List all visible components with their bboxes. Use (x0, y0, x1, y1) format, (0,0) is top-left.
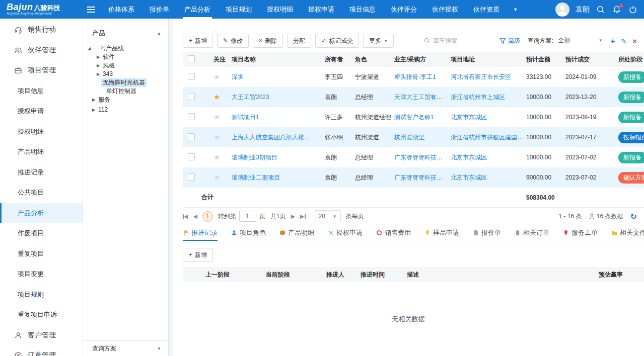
delete-button[interactable]: ×删除 (253, 34, 283, 48)
row-checkbox[interactable] (188, 113, 195, 120)
next-page-icon[interactable]: ▶ (291, 214, 295, 219)
table-row[interactable]: ★ 大王工贸2023 袁朗 总经理 天津大王工贸有限公司 浙江省杭州市上城区 1… (183, 87, 644, 107)
edit-plan-pencil-icon[interactable]: ✎ (621, 38, 626, 44)
nav-item-project-info[interactable]: 项目信息 (342, 0, 383, 19)
sidebar-group-order-management[interactable]: 订单管理 (0, 345, 83, 356)
address-link[interactable]: 北京市东城区 (451, 114, 487, 121)
nav-item-auth-detail[interactable]: 授权明细 (259, 0, 301, 19)
tab-auth-apply[interactable]: 授权申请 (328, 225, 363, 241)
tree-node-software[interactable]: ▶软件 (83, 53, 168, 61)
sidebar-item-duplicate-projects[interactable]: 重复项目 (0, 244, 83, 264)
tab-service-tickets[interactable]: 服务工单 (563, 225, 598, 241)
project-name-link[interactable]: 玻璃制业3期项目 (232, 154, 277, 161)
nav-item-price-system[interactable]: 价格体系 (101, 0, 142, 19)
nav-item-partner-score[interactable]: 伙伴评分 (383, 0, 424, 19)
nav-item-partner-auth[interactable]: 伙伴授权 (424, 0, 466, 19)
notification-bell-icon[interactable] (612, 5, 622, 15)
sidebar-item-product-analysis[interactable]: 产品分析 (0, 203, 83, 224)
advanced-filter[interactable]: 高级 (499, 37, 520, 45)
sidebar-item-auth-detail[interactable]: 授权明细 (0, 122, 83, 142)
address-link[interactable]: 浙江省杭州市拱墅区建国北... (451, 134, 526, 141)
table-row[interactable]: ★ 玻璃制业二期项目 袁朗 总经理 广东呀呀呀科技有限... 北京市东城区 90… (183, 167, 644, 188)
collapsed-arrow-icon[interactable]: ▶ (91, 96, 97, 104)
collapsed-arrow-icon[interactable]: ▶ (95, 53, 101, 61)
tab-quotation[interactable]: 报价单 (473, 225, 501, 241)
delete-plan-x-icon[interactable]: × (632, 37, 637, 45)
sidebar-group-customer-management[interactable]: 客户管理 (0, 325, 83, 346)
collapsed-arrow-icon[interactable]: ▶ (91, 106, 97, 114)
search-input[interactable] (433, 37, 491, 44)
row-checkbox[interactable] (188, 93, 195, 100)
project-name-link[interactable]: 测试项目1 (232, 114, 259, 121)
project-name-link[interactable]: 大王工贸2023 (232, 94, 269, 101)
tree-node-343[interactable]: ▶343 (83, 70, 168, 78)
project-name-link[interactable]: 上海大大航空集团总部大楼... (232, 134, 309, 141)
tree-node-style[interactable]: ▶风格 (83, 61, 168, 70)
add-plan-plus-icon[interactable]: + (611, 37, 615, 45)
row-checkbox[interactable] (188, 153, 195, 160)
refresh-icon[interactable]: ↻ (630, 212, 637, 221)
sidebar-item-voided-projects[interactable]: 作废项目 (0, 223, 83, 244)
current-page[interactable]: 1 (202, 211, 213, 222)
buyer-link[interactable]: 桥头排骨-李工1 (394, 73, 436, 80)
sidebar-item-project-rules[interactable]: 项目规则 (0, 285, 83, 305)
row-checkbox[interactable] (188, 73, 195, 80)
row-checkbox[interactable] (188, 133, 195, 140)
table-row[interactable]: ★ 测试项目1 许三多 杭州渠道经理 测试客户名称1 北京市东城区 10000.… (183, 107, 644, 127)
star-icon[interactable]: ★ (213, 153, 220, 161)
buyer-link[interactable]: 杭州爱浙里 (394, 134, 424, 141)
project-name-link[interactable]: 玻璃制业二期项目 (232, 174, 280, 181)
select-all-checkbox[interactable] (188, 55, 195, 62)
edit-button[interactable]: ✎修改 (217, 34, 249, 48)
nav-item-project-rules[interactable]: 项目规划 (218, 0, 259, 19)
tab-project-roles[interactable]: 项目角色 (231, 225, 266, 241)
tab-product-detail[interactable]: 产品明细 (279, 225, 314, 241)
query-plan-select[interactable]: 全部 ▼ (556, 34, 605, 47)
goto-page-input[interactable] (239, 211, 256, 222)
nav-item-quotation[interactable]: 报价单 (142, 0, 177, 19)
sidebar-item-project-info[interactable]: 项目信息 (0, 81, 83, 102)
address-link[interactable]: 河北省石家庄市长安区 (451, 73, 511, 80)
prev-page-icon[interactable]: ◀ (193, 214, 197, 219)
table-row[interactable]: ★ 上海大大航空集团总部大楼... 张小明 杭州渠道 杭州爱浙里 浙江省杭州市拱… (183, 127, 644, 147)
more-button[interactable]: 更多▼ (363, 34, 394, 48)
sidebar-item-auth-apply[interactable]: 授权申请 (0, 101, 83, 122)
buyer-link[interactable]: 广东呀呀呀科技有限... (394, 174, 451, 181)
nav-item-auth-apply[interactable]: 授权申请 (301, 0, 342, 19)
tab-progress-records[interactable]: 推进记录 (183, 225, 218, 241)
star-icon[interactable]: ★ (213, 173, 220, 182)
sidebar-item-project-changes[interactable]: 项目变更 (0, 264, 83, 285)
address-link[interactable]: 北京市东城区 (451, 174, 487, 181)
user-avatar[interactable] (555, 3, 569, 17)
tab-sample-apply[interactable]: 样品申请 (424, 225, 459, 241)
project-name-link[interactable]: 深圳 (232, 73, 244, 80)
collapse-up-icon[interactable]: ▲ (157, 31, 161, 36)
sidebar-item-duplicate-appeal[interactable]: 重复项目申诉 (0, 305, 83, 325)
star-icon[interactable]: ★ (213, 133, 220, 141)
address-link[interactable]: 浙江省杭州市上城区 (451, 94, 505, 101)
last-page-icon[interactable]: ▶ (300, 214, 305, 219)
star-icon[interactable]: ★ (213, 72, 220, 81)
logout-power-icon[interactable] (628, 5, 638, 15)
tab-related-orders[interactable]: 相关订单 (515, 225, 549, 241)
sidebar-group-partner-management[interactable]: 伙伴管理 (0, 40, 83, 61)
username[interactable]: 袁朗 (576, 5, 590, 14)
query-plan-footer[interactable]: 查询方案 ▼ (83, 340, 168, 356)
tree-node-112[interactable]: ▶112 (83, 106, 168, 114)
first-page-icon[interactable]: ◀ (183, 214, 188, 219)
table-row[interactable]: ★ 玻璃制业3期项目 袁朗 总经理 广东呀呀呀科技有限... 北京市东城区 10… (183, 147, 644, 167)
tree-node-service[interactable]: ▶服务 (83, 96, 168, 104)
star-icon[interactable]: ★ (213, 113, 220, 121)
row-checkbox[interactable] (188, 173, 195, 181)
sidebar-item-progress-records[interactable]: 推进记录 (0, 162, 83, 183)
sidebar-item-product-detail[interactable]: 产品明细 (0, 142, 83, 162)
collapsed-arrow-icon[interactable]: ▶ (95, 70, 101, 78)
star-icon-filled[interactable]: ★ (213, 93, 220, 101)
sidebar-item-public-projects[interactable]: 公共项目 (0, 183, 83, 203)
expanded-arrow-icon[interactable]: ◢ (86, 44, 92, 53)
detail-add-button[interactable]: +新增 (183, 248, 213, 262)
nav-item-product-analysis[interactable]: 产品分析 (177, 0, 218, 19)
address-link[interactable]: 北京市东城区 (451, 154, 487, 161)
tree-node-time-machine-selected[interactable]: 无悔牌时光机器 (83, 78, 168, 87)
tab-sales-expense[interactable]: 销售费用 (376, 225, 411, 241)
